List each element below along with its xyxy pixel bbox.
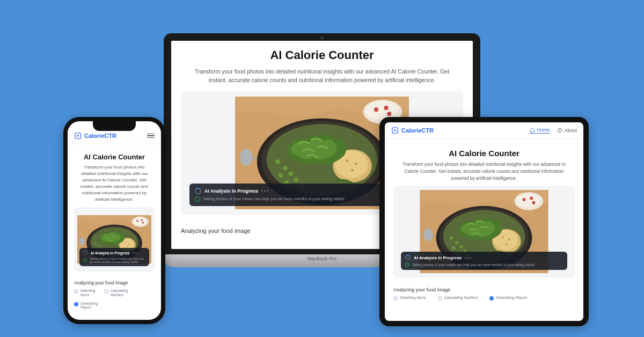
brand[interactable]: CalorieCTR	[74, 132, 116, 140]
brand-icon	[74, 132, 82, 140]
overlay-tip: Taking photos of your meals can help you…	[203, 196, 346, 201]
step-detecting: Detecting Items	[74, 289, 100, 297]
status-section: Analyzing your food image Detecting Item…	[68, 277, 161, 313]
page-description: Transform your food photos into detailed…	[74, 164, 155, 203]
steps-row: Detecting Items Calculating Nutrition Ge…	[393, 296, 575, 301]
page-description: Transform your food photos into detailed…	[181, 68, 463, 85]
nav-links: Home About	[530, 127, 577, 134]
tablet-mockup: CalorieCTR Home About AI Calorie Counter…	[379, 117, 589, 326]
overlay-title: AI Analysis in Progress	[414, 255, 462, 260]
tablet-screen: CalorieCTR Home About AI Calorie Counter…	[385, 122, 583, 321]
image-card: AI Analysis in Progress · · · Taking pho…	[393, 186, 575, 277]
overlay-dots: · · ·	[465, 255, 471, 260]
step-detecting: Detecting Items	[393, 296, 426, 301]
step-label: Generating Report	[80, 302, 100, 310]
spinner-icon	[195, 188, 201, 194]
bulb-icon	[83, 259, 87, 262]
laptop-label: MacBook Pro	[308, 256, 336, 261]
nav-about[interactable]: About	[557, 127, 577, 134]
overlay-tip: Taking photos of your meals can help you…	[90, 257, 145, 263]
phone-screen: CalorieCTR AI Calorie Counter Transform …	[68, 121, 161, 320]
page-title: AI Calorie Counter	[393, 149, 575, 158]
overlay-dots: · · ·	[261, 188, 268, 194]
menu-icon[interactable]	[147, 134, 155, 138]
overlay-tip-row: Taking photos of your meals can help you…	[83, 257, 145, 263]
brand-name: CalorieCTR	[401, 127, 434, 134]
overlay-tip: Taking photos of your meals can help you…	[412, 263, 536, 267]
overlay-tip-row: Taking photos of your meals can help you…	[405, 262, 563, 267]
status-label: Analyzing your food image	[74, 280, 155, 285]
phone-bezel: CalorieCTR AI Calorie Counter Transform …	[63, 117, 165, 324]
steps-row: Detecting Items Calculating Nutrition Ge…	[74, 289, 155, 310]
overlay-title: AI Analysis in Progress	[204, 188, 258, 194]
nav-about-label: About	[564, 128, 577, 133]
phone-mockup: CalorieCTR AI Calorie Counter Transform …	[63, 117, 165, 324]
page-title: AI Calorie Counter	[74, 153, 155, 161]
nav-home-label: Home	[537, 127, 550, 133]
page-description: Transform your food photos into detailed…	[393, 161, 575, 181]
brand-name: CalorieCTR	[84, 133, 116, 139]
step-dot	[393, 296, 398, 301]
step-calculating: Calculating Nutrition	[104, 289, 130, 297]
tablet-header: CalorieCTR Home About	[385, 122, 583, 139]
step-label: Calculating Nutrition	[444, 296, 478, 300]
status-section: Analyzing your food image Detecting Item…	[385, 283, 583, 305]
image-card: AI Analysis in Progress · · · Taking pho…	[74, 207, 155, 272]
step-label: Detecting Items	[400, 296, 426, 300]
step-dot	[104, 289, 108, 294]
bulb-icon	[195, 196, 200, 202]
nav-home[interactable]: Home	[530, 127, 550, 134]
overlay-dots: · · ·	[133, 251, 137, 255]
overlay-title: AI Analysis in Progress	[91, 251, 129, 255]
step-calculating: Calculating Nutrition	[438, 296, 478, 301]
step-dot	[489, 296, 494, 301]
hero-section: AI Calorie Counter Transform your food p…	[68, 144, 161, 277]
overlay-title-row: AI Analysis in Progress · · ·	[405, 255, 563, 260]
status-label: Analyzing your food image	[393, 287, 575, 292]
tablet-bezel: CalorieCTR Home About AI Calorie Counter…	[379, 117, 589, 326]
home-icon	[530, 127, 535, 133]
spinner-icon	[83, 251, 87, 255]
step-label: Detecting Items	[80, 289, 100, 297]
overlay-title-row: AI Analysis in Progress · · ·	[83, 251, 145, 255]
brand-icon	[391, 127, 399, 134]
analysis-overlay: AI Analysis in Progress · · · Taking pho…	[79, 248, 149, 266]
step-dot	[74, 302, 78, 306]
spinner-icon	[405, 255, 411, 260]
step-label: Generating Report	[496, 296, 527, 300]
step-dot	[438, 296, 442, 301]
bulb-icon	[405, 262, 409, 267]
hero-section: AI Calorie Counter Transform your food p…	[385, 139, 583, 283]
info-icon	[557, 128, 562, 133]
brand[interactable]: CalorieCTR	[391, 127, 434, 134]
step-dot	[74, 289, 78, 294]
step-generating: Generating Report	[74, 302, 100, 310]
step-generating: Generating Report	[489, 296, 527, 301]
step-label: Calculating Nutrition	[111, 289, 130, 297]
phone-notch	[93, 121, 136, 131]
analysis-overlay: AI Analysis in Progress · · · Taking pho…	[401, 252, 567, 270]
camera-dot	[320, 36, 324, 40]
page-title: AI Calorie Counter	[181, 48, 463, 62]
